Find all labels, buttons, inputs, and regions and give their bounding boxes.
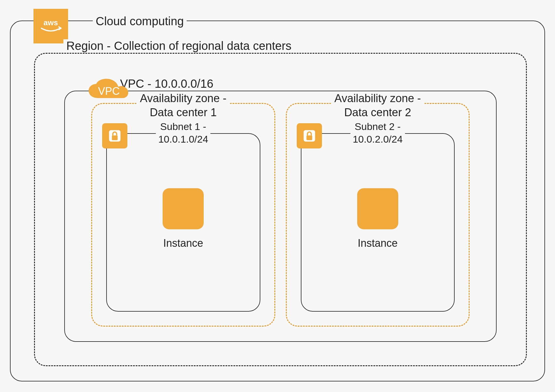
lock-icon bbox=[297, 123, 322, 148]
az-title-line1: Availability zone - bbox=[334, 92, 421, 104]
subnet-title-line2: 10.0.1.0/24 bbox=[158, 134, 208, 145]
az-title: Availability zone - Data center 2 bbox=[331, 92, 424, 119]
cloud-title: Cloud computing bbox=[93, 15, 187, 28]
availability-zone-1: Availability zone - Data center 1 Subnet… bbox=[91, 103, 275, 327]
instance-label: Instance bbox=[358, 237, 398, 249]
vpc-box: VPC Availability zone - Data center 1 Su… bbox=[64, 91, 497, 342]
svg-rect-2 bbox=[112, 135, 118, 140]
subnet-1-box: Subnet 1 - 10.0.1.0/24 bbox=[106, 133, 260, 312]
svg-text:aws: aws bbox=[43, 18, 58, 27]
instance-label: Instance bbox=[163, 237, 203, 249]
instance-icon bbox=[163, 188, 204, 229]
region-title: Region - Collection of regional data cen… bbox=[63, 39, 294, 53]
subnet-title: Subnet 2 - 10.0.2.0/24 bbox=[350, 120, 405, 145]
subnet-title: Subnet 1 - 10.0.1.0/24 bbox=[156, 120, 210, 145]
vpc-icon-label: VPC bbox=[98, 85, 120, 97]
subnet-title-line2: 10.0.2.0/24 bbox=[353, 134, 403, 145]
diagram-canvas: aws Cloud computing Region - Collection … bbox=[0, 0, 555, 392]
availability-zone-2: Availability zone - Data center 2 Subnet… bbox=[286, 103, 470, 327]
cloud-computing-box: aws Cloud computing Region - Collection … bbox=[10, 21, 545, 381]
subnet-2-box: Subnet 2 - 10.0.2.0/24 bbox=[301, 133, 455, 312]
subnet-title-line1: Subnet 1 - bbox=[160, 121, 206, 132]
svg-rect-4 bbox=[306, 135, 312, 140]
lock-icon bbox=[102, 123, 127, 148]
instance-icon bbox=[357, 188, 398, 229]
instance: Instance bbox=[357, 188, 398, 249]
subnet-title-line1: Subnet 2 - bbox=[355, 121, 401, 132]
az-title-line2: Data center 1 bbox=[150, 106, 217, 119]
aws-icon: aws bbox=[33, 9, 68, 43]
az-title: Availability zone - Data center 1 bbox=[136, 92, 230, 119]
instance: Instance bbox=[163, 188, 204, 249]
region-box: VPC - 10.0.0.0/16 VPC Availability zon bbox=[34, 53, 527, 366]
az-title-line2: Data center 2 bbox=[344, 106, 411, 119]
availability-zone-row: Availability zone - Data center 1 Subnet… bbox=[91, 103, 470, 327]
az-title-line1: Availability zone - bbox=[140, 92, 227, 104]
vpc-cloud-icon: VPC bbox=[85, 78, 132, 102]
